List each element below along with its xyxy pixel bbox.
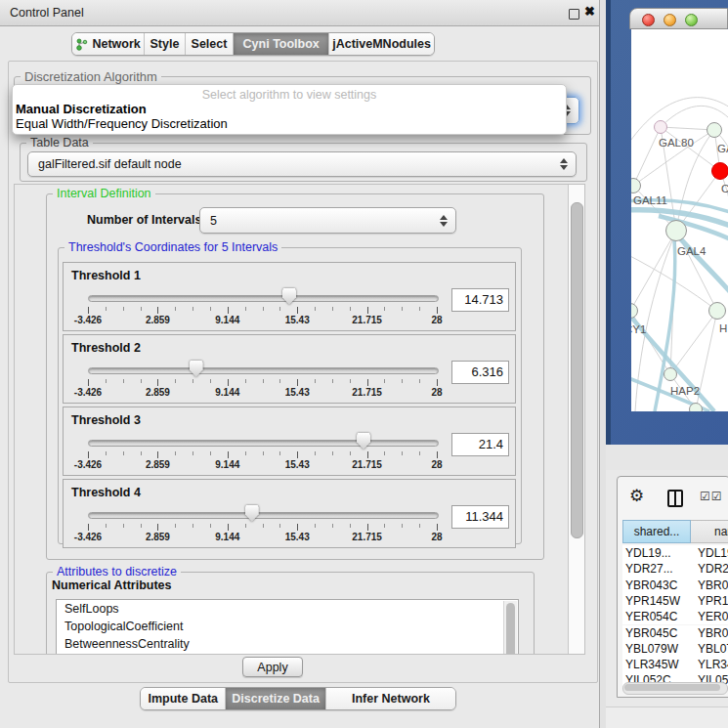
slider-tick-label: 28 — [415, 532, 458, 542]
table-data-combobox[interactable]: galFiltered.sif default node — [27, 151, 577, 177]
table-row[interactable]: YBR045CYBR045C — [622, 625, 728, 641]
thresholds-group: Threshold's Coordinates for 5 Intervals … — [58, 247, 522, 544]
slider-thumb[interactable] — [190, 361, 203, 377]
network-window-titlebar[interactable] — [629, 8, 728, 29]
slider-tick — [193, 379, 193, 383]
network-node[interactable] — [711, 162, 728, 180]
tab-impute-data[interactable]: Impute Data — [141, 688, 225, 709]
network-node[interactable] — [689, 403, 703, 411]
column-header-shared-name[interactable]: shared... — [622, 520, 691, 543]
slider-tick — [279, 524, 280, 528]
table-row[interactable]: YBL079WYBL079W — [622, 641, 728, 657]
slider-tick — [279, 307, 280, 311]
cell-name: YBL079W — [698, 642, 728, 656]
close-traffic-light-icon[interactable] — [642, 14, 655, 26]
gear-icon[interactable]: ⚙ — [629, 486, 644, 506]
cell-shared-name: YBR045C — [625, 626, 677, 640]
slider-tick-label: 15.43 — [276, 387, 319, 398]
numerical-attributes-label: Numerical Attributes — [52, 578, 171, 592]
tab-cyni-toolbox-label: Cyni Toolbox — [243, 37, 320, 51]
threshold-panel: Threshold 2-3.4262.8599.14415.4321.71528… — [63, 334, 516, 404]
slider-tick — [157, 451, 158, 458]
threshold-value-field[interactable]: 11.344 — [451, 505, 509, 529]
slider-tick — [332, 307, 333, 311]
select-columns-icons[interactable]: ☑☑ — [700, 490, 723, 503]
slider-tick — [193, 524, 193, 528]
slider-track[interactable] — [88, 440, 439, 447]
tab-cyni-toolbox[interactable]: Cyni Toolbox — [233, 33, 328, 55]
close-icon[interactable]: ✖ — [584, 4, 595, 19]
table-row[interactable]: YDR27...YDR27... — [622, 561, 728, 577]
discretization-algorithm-label: Discretization Algorithm — [21, 69, 161, 84]
list-item[interactable]: BetweennessCentrality — [57, 635, 518, 653]
scrollbar-thumb[interactable] — [571, 202, 583, 538]
table-horizontal-scrollbar[interactable] — [622, 682, 728, 695]
column-header-name[interactable]: name — [691, 520, 728, 543]
slider-tick — [245, 379, 246, 383]
tab-select[interactable]: Select — [185, 33, 233, 55]
settings-vertical-scrollbar[interactable] — [568, 185, 585, 654]
threshold-value-field[interactable]: 21.4 — [451, 433, 509, 456]
zoom-traffic-light-icon[interactable] — [685, 14, 698, 26]
table-row[interactable]: YDL19...YDL19... — [622, 545, 728, 561]
tab-infer-network[interactable]: Infer Network — [325, 688, 455, 709]
numerical-attributes-list[interactable]: SelfLoopsTopologicalCoefficientBetweenne… — [56, 599, 519, 655]
tab-infer-network-label: Infer Network — [352, 692, 430, 706]
scrollbar-thumb[interactable] — [624, 684, 720, 691]
slider-thumb[interactable] — [357, 433, 370, 450]
network-node[interactable] — [665, 220, 687, 241]
network-canvas[interactable]: GAL80GACGAL11GAL4GCY1HHAP2 — [631, 29, 728, 411]
table-row[interactable]: YBR043CYBR043C — [622, 578, 728, 593]
number-of-intervals-combobox[interactable]: 5 — [199, 207, 456, 234]
threshold-label: Threshold 4 — [71, 486, 141, 499]
tab-network-label: Network — [92, 37, 140, 51]
slider-tick-label: 21.715 — [346, 459, 389, 470]
slider-track[interactable] — [88, 512, 439, 519]
thresholds-group-label: Threshold's Coordinates for 5 Intervals — [64, 240, 281, 254]
table-data-value: galFiltered.sif default node — [28, 157, 559, 171]
slider-thumb[interactable] — [245, 505, 259, 522]
slider-track[interactable] — [88, 295, 439, 302]
popup-item-equal-width-frequency[interactable]: Equal Width/Frequency Discretization — [16, 116, 228, 131]
table-row[interactable]: YLR345WYLR345W — [622, 657, 728, 672]
slider-thumb[interactable] — [282, 288, 296, 305]
network-node[interactable] — [708, 302, 726, 320]
slider-tick — [315, 451, 316, 455]
slider-tick — [297, 307, 298, 314]
network-node[interactable] — [654, 120, 667, 134]
network-node[interactable] — [707, 122, 722, 138]
tab-jactivemnodules[interactable]: jActiveMNodules — [328, 33, 434, 55]
table-row[interactable]: YER054CYER054C — [622, 609, 728, 624]
tab-style-label: Style — [150, 37, 180, 51]
tab-network[interactable]: Network — [72, 33, 144, 55]
float-window-icon[interactable] — [569, 9, 579, 20]
slider-tick — [123, 524, 124, 528]
slider-tick — [437, 379, 438, 386]
tab-style[interactable]: Style — [144, 33, 185, 55]
scrollbar-thumb[interactable] — [506, 603, 515, 655]
list-item[interactable]: TopologicalCoefficient — [57, 618, 518, 635]
apply-button[interactable]: Apply — [242, 657, 303, 677]
list-item[interactable]: SelfLoops — [57, 600, 518, 618]
panel-title: Control Panel — [10, 6, 84, 20]
slider-track[interactable] — [88, 367, 439, 374]
slider-tick — [367, 451, 368, 458]
threshold-value-field[interactable]: 6.316 — [451, 361, 509, 384]
network-node[interactable] — [664, 367, 677, 381]
threshold-stack: Threshold 1-3.4262.8599.14415.4321.71528… — [63, 262, 516, 541]
slider-thumb-shape — [282, 288, 296, 305]
tab-discretize-data[interactable]: Discretize Data — [225, 688, 324, 709]
minimize-traffic-light-icon[interactable] — [664, 14, 676, 26]
column-layout-icon[interactable] — [667, 490, 683, 507]
popup-placeholder-item: Select algorithm to view settings — [13, 88, 566, 102]
slider-tick — [384, 451, 385, 455]
cell-shared-name: YPR145W — [625, 594, 680, 608]
attributes-list-scrollbar[interactable] — [503, 601, 517, 655]
slider-tick — [263, 524, 264, 528]
threshold-value-field[interactable]: 14.713 — [451, 288, 509, 312]
table-row[interactable]: YPR145WYPR145W — [622, 593, 728, 609]
slider-tick-label: 28 — [415, 315, 458, 325]
slider-tick-label: 9.144 — [206, 387, 249, 398]
popup-item-manual-discretization[interactable]: Manual Discretization — [16, 102, 147, 116]
node-label: C — [721, 183, 728, 194]
